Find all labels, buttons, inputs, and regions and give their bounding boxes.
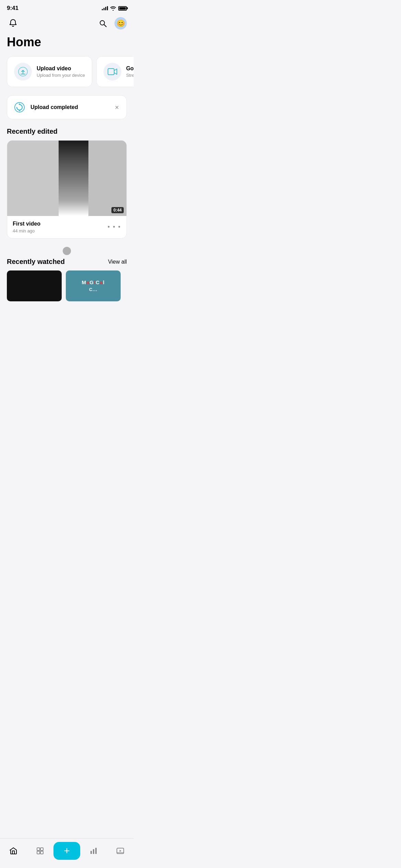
magical-g: G — [89, 279, 94, 285]
recently-watched-section: MaGiCal C... — [0, 270, 134, 307]
go-live-title: Go live — [126, 65, 134, 72]
upload-video-subtitle: Upload from your device — [37, 73, 85, 78]
close-button[interactable]: × — [113, 102, 120, 113]
signal-icon — [102, 6, 108, 10]
watch-thumb-dark — [7, 270, 62, 301]
magical-text: MaGiCal C... — [82, 279, 105, 292]
recently-watched-header: Recently watched View all — [0, 258, 134, 270]
more-options-button[interactable]: • • • — [108, 224, 121, 231]
watch-thumb-magical: MaGiCal C... — [66, 270, 121, 301]
upload-video-text: Upload video Upload from your device — [37, 65, 85, 78]
bell-button[interactable] — [7, 17, 19, 29]
watch-item-dark[interactable] — [7, 270, 62, 301]
magical-a: a — [86, 279, 89, 285]
video-thumbnail: 0:44 — [7, 141, 126, 216]
video-info-text: First video 44 min ago — [13, 221, 40, 233]
magical-sub: C... — [89, 287, 97, 292]
recently-edited-title: Recently edited — [7, 128, 58, 135]
watch-item-magical[interactable]: MaGiCal C... — [66, 270, 121, 301]
upload-video-card[interactable]: Upload video Upload from your device — [7, 56, 92, 87]
recently-edited-header: Recently edited — [0, 128, 134, 140]
page-title: Home — [7, 35, 127, 49]
video-time-ago: 44 min ago — [13, 228, 40, 233]
status-bar: 9:41 — [0, 0, 134, 14]
svg-line-1 — [104, 25, 107, 27]
upload-banner-text: Upload completed — [31, 104, 78, 110]
status-time: 9:41 — [7, 5, 19, 12]
recently-edited-section: 0:44 First video 44 min ago • • • — [0, 140, 134, 247]
video-card[interactable]: 0:44 First video 44 min ago • • • — [7, 140, 127, 239]
video-card-info: First video 44 min ago • • • — [7, 216, 126, 238]
thumb-left — [7, 141, 59, 216]
page-title-section: Home — [0, 34, 134, 56]
upload-video-title: Upload video — [37, 65, 85, 72]
battery-icon — [118, 6, 127, 11]
recently-watched-row: MaGiCal C... — [7, 270, 127, 301]
go-live-subtitle: Stream a — [126, 73, 134, 78]
go-live-text: Go live Stream a — [126, 65, 134, 78]
upload-banner-left: Upload completed — [13, 101, 78, 113]
magical-l: l — [103, 279, 105, 285]
view-all-button[interactable]: View all — [108, 259, 127, 265]
go-live-card[interactable]: Go live Stream a — [96, 56, 134, 87]
upload-icon-wrap — [14, 63, 32, 81]
duration-badge: 0:44 — [111, 207, 124, 213]
scroll-dot — [63, 247, 71, 255]
magical-m: M — [82, 279, 86, 285]
magical-c: C — [96, 279, 100, 285]
video-title: First video — [13, 221, 40, 227]
nav-right: 😊 — [97, 17, 127, 29]
recently-watched-title: Recently watched — [7, 258, 65, 266]
upload-complete-icon — [13, 101, 26, 113]
thumb-right — [88, 141, 126, 216]
avatar[interactable]: 😊 — [114, 17, 127, 29]
go-live-icon-wrap — [104, 63, 121, 81]
search-button[interactable] — [97, 17, 109, 29]
wifi-icon — [110, 6, 116, 11]
svg-rect-3 — [108, 69, 114, 75]
magical-a2: a — [100, 279, 103, 285]
upload-banner: Upload completed × — [7, 95, 127, 119]
top-nav: 😊 — [0, 14, 134, 34]
thumb-center — [59, 141, 88, 216]
status-icons — [102, 6, 127, 11]
action-cards-row: Upload video Upload from your device Go … — [0, 56, 134, 95]
scroll-indicator — [0, 247, 134, 255]
